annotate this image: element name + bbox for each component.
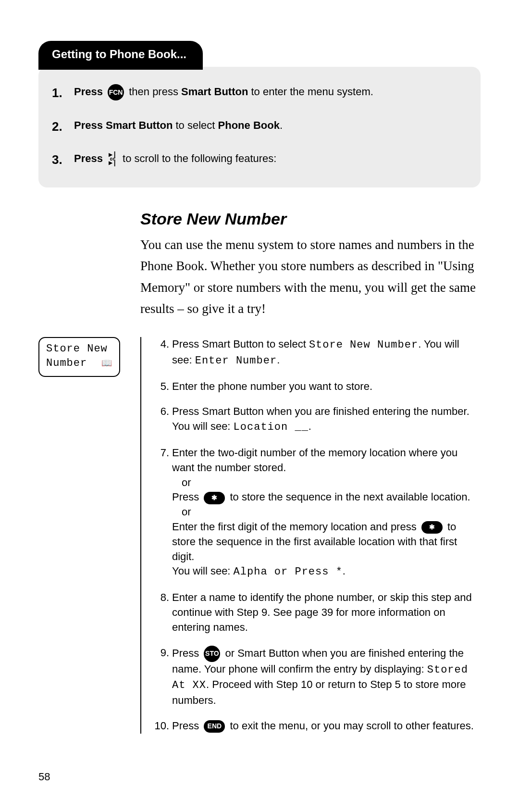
text-segment: to select bbox=[173, 119, 218, 131]
scroll-down-icon: ▶| bbox=[109, 161, 117, 166]
step-number: 8. bbox=[147, 590, 172, 605]
step-4: 4.Press Smart Button to select Store New… bbox=[147, 337, 481, 369]
text-segment: Enter the first digit of the memory loca… bbox=[172, 521, 420, 533]
step-text: Press Smart Button to select Phone Book. bbox=[74, 117, 463, 134]
step-body: Enter the phone number you want to store… bbox=[172, 379, 481, 394]
lcd-screen: Store New Number 📖 bbox=[38, 337, 120, 377]
lcd-line-2: Number 📖 bbox=[46, 356, 112, 371]
fcn-key-icon: FCN bbox=[108, 84, 124, 100]
phonebook-icon: 📖 bbox=[101, 357, 112, 369]
lcd-text: Number bbox=[46, 356, 87, 371]
step-10: 10.Press END to exit the menu, or you ma… bbox=[147, 719, 481, 734]
intro-step-2: 2. Press Smart Button to select Phone Bo… bbox=[52, 117, 463, 137]
text-segment: to store the sequence in the next availa… bbox=[227, 491, 470, 503]
step-7: 7.Enter the two-digit number of the memo… bbox=[147, 446, 481, 580]
star-key-icon: ✱ bbox=[204, 492, 225, 504]
content-columns: Store New Number You can use the menu sy… bbox=[38, 210, 481, 337]
step-text: Press ▶| or ▶| to scroll to the followin… bbox=[74, 150, 463, 167]
step-body: Press STO or Smart Button when you are f… bbox=[172, 646, 481, 708]
display-text: Enter Number bbox=[195, 355, 277, 367]
step-number: 7. bbox=[147, 446, 172, 461]
page: Getting to Phone Book... 1. Press FCN th… bbox=[0, 0, 519, 812]
vertical-rule bbox=[140, 337, 141, 734]
step-8: 8.Enter a name to identify the phone num… bbox=[147, 590, 481, 635]
end-key-icon: END bbox=[204, 720, 225, 733]
step-number: 9. bbox=[147, 646, 172, 661]
lcd-column: Store New Number 📖 bbox=[38, 337, 135, 377]
text-segment: You will see: bbox=[172, 420, 234, 432]
star-key-icon: ✱ bbox=[421, 521, 443, 534]
display-text: Store New Number bbox=[309, 339, 418, 351]
section-title: Store New Number bbox=[140, 210, 481, 228]
step-body: Press END to exit the menu, or you may s… bbox=[172, 719, 481, 734]
step-number: 10. bbox=[147, 719, 172, 734]
intro-step-3: 3. Press ▶| or ▶| to scroll to the follo… bbox=[52, 150, 463, 170]
step-5: 5.Enter the phone number you want to sto… bbox=[147, 379, 481, 394]
step-body: Press Smart Button when you are finished… bbox=[172, 404, 481, 435]
text-segment: Enter a name to identify the phone numbe… bbox=[172, 591, 472, 633]
lcd-line-1: Store New bbox=[46, 342, 112, 356]
text-segment: Press Smart Button when you are finished… bbox=[172, 405, 470, 417]
text-segment: to enter the menu system. bbox=[248, 86, 373, 98]
intro-box: 1. Press FCN then press Smart Button to … bbox=[38, 67, 481, 187]
text-segment: Press bbox=[172, 491, 202, 503]
step-body: Enter a name to identify the phone numbe… bbox=[172, 590, 481, 635]
step-body: Enter the two-digit number of the memory… bbox=[172, 446, 481, 580]
step-number: 5. bbox=[147, 379, 172, 394]
title-spacer: Store New Number You can use the menu sy… bbox=[140, 210, 481, 337]
display-text: Alpha or Press * bbox=[234, 566, 343, 578]
text-segment: Enter the phone number you want to store… bbox=[172, 380, 372, 392]
display-text: Location __ bbox=[234, 421, 309, 433]
press-label: Press bbox=[74, 152, 103, 164]
section-tab: Getting to Phone Book... bbox=[38, 41, 203, 70]
text-segment: Press Smart Button to select bbox=[172, 338, 309, 350]
text-segment: . bbox=[280, 119, 283, 131]
step-number: 4. bbox=[147, 337, 172, 352]
step-number: 6. bbox=[147, 404, 172, 419]
phone-book-label: Phone Book bbox=[218, 119, 280, 131]
step-number: 3. bbox=[52, 150, 71, 170]
or-separator: or bbox=[172, 475, 481, 490]
steps-list: 4.Press Smart Button to select Store New… bbox=[147, 337, 481, 734]
step-number: 1. bbox=[52, 83, 71, 103]
text-segment: Press bbox=[172, 720, 202, 732]
text-segment: Enter the two-digit number of the memory… bbox=[172, 447, 457, 474]
steps-columns: Store New Number 📖 4.Press Smart Button … bbox=[38, 337, 481, 734]
text-segment: . Proceed with Step 10 or return to Step… bbox=[172, 678, 466, 706]
section-tab-wrap: Getting to Phone Book... bbox=[38, 41, 203, 70]
text-segment: . bbox=[309, 420, 311, 432]
text-segment: Press bbox=[172, 647, 202, 659]
text-segment: . bbox=[277, 354, 280, 366]
intro-step-1: 1. Press FCN then press Smart Button to … bbox=[52, 83, 463, 103]
or-separator: or bbox=[172, 505, 481, 520]
press-smart-label: Press Smart Button bbox=[74, 119, 173, 131]
step-number: 2. bbox=[52, 117, 71, 137]
scroll-key-icon: ▶| or ▶| bbox=[109, 153, 117, 166]
sto-key-icon: STO bbox=[204, 646, 220, 662]
text-segment: to scroll to the following features: bbox=[123, 152, 276, 164]
page-number: 58 bbox=[38, 771, 50, 783]
text-segment: to exit the menu, or you may scroll to o… bbox=[227, 720, 474, 732]
step-body: Press Smart Button to select Store New N… bbox=[172, 337, 481, 369]
step-9: 9.Press STO or Smart Button when you are… bbox=[147, 646, 481, 708]
smart-button-label: Smart Button bbox=[181, 86, 248, 98]
lead-paragraph: You can use the menu system to store nam… bbox=[140, 234, 481, 320]
text-segment: . bbox=[343, 565, 346, 577]
text-segment: You will see: bbox=[172, 565, 234, 577]
text-segment: then press bbox=[129, 86, 181, 98]
intro-list: 1. Press FCN then press Smart Button to … bbox=[52, 83, 463, 170]
press-label: Press bbox=[74, 86, 103, 98]
step-6: 6.Press Smart Button when you are finish… bbox=[147, 404, 481, 435]
step-text: Press FCN then press Smart Button to ent… bbox=[74, 83, 463, 100]
